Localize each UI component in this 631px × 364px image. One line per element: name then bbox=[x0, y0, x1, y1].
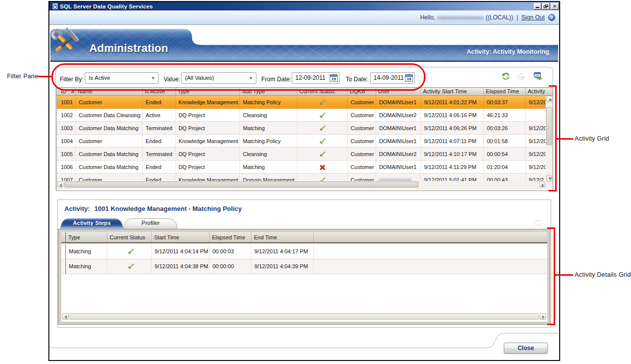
scroll-up-button[interactable] bbox=[546, 96, 552, 102]
cell-user: DOMAIN\User1 bbox=[376, 161, 421, 173]
cell-type: Knowledge Management bbox=[176, 135, 240, 147]
session-bar: Hello, xxxxxxxxxxxxxx ((LOCAL)) | Sign O… bbox=[49, 10, 559, 25]
from-date-value: 12-09-2011 bbox=[295, 74, 326, 81]
close-icon: ✕ bbox=[551, 3, 558, 9]
cell-type: DQ Project bbox=[176, 148, 240, 160]
cell-id: 1006 bbox=[57, 161, 76, 173]
tab-profiler[interactable]: Profiler bbox=[123, 218, 178, 229]
column-header-activity[interactable]: Activity bbox=[526, 88, 546, 95]
cell-user: DOMAIN\User1 bbox=[376, 135, 421, 147]
scroll-left-button[interactable] bbox=[62, 313, 69, 320]
column-header-id[interactable]: ID bbox=[57, 88, 76, 95]
cell-name: Customer Data Matching bbox=[76, 148, 143, 160]
activity-row-1005[interactable]: 1005Customer Data MatchingTerminatedDQ P… bbox=[57, 148, 553, 161]
wrench-hammer-icon bbox=[50, 27, 81, 60]
column-header-name[interactable]: Name bbox=[76, 88, 143, 95]
arrow-up-icon bbox=[548, 98, 552, 101]
horizontal-scrollbar[interactable] bbox=[57, 181, 546, 189]
export-icon[interactable] bbox=[534, 72, 543, 81]
status-success-icon bbox=[319, 135, 326, 147]
to-date-value: 14-09-2011 bbox=[374, 74, 404, 81]
scroll-down-button[interactable] bbox=[546, 175, 552, 182]
column-header-is-active[interactable]: Is Active bbox=[143, 88, 176, 95]
tab-profiler-label: Profiler bbox=[123, 220, 178, 226]
activity-grid-header: IDNameIs ActiveTypeSub TypeCurrent Statu… bbox=[57, 88, 553, 96]
sign-out-link[interactable]: Sign Out bbox=[521, 14, 545, 21]
details-cell-status bbox=[107, 259, 152, 274]
arrow-right-icon bbox=[542, 183, 544, 187]
column-header-current-status[interactable]: Current Status bbox=[297, 88, 348, 95]
status-success-icon bbox=[127, 259, 135, 274]
details-column-header-start-time[interactable]: Start Time bbox=[152, 232, 210, 242]
details-cell-start: 9/12/2011 4:04:14 PM bbox=[152, 244, 210, 259]
cell-dqkb: Customer bbox=[348, 122, 376, 134]
annotation-activity-grid: Activity Grid bbox=[575, 135, 609, 142]
cell-status bbox=[297, 109, 348, 121]
sort-ascending-icon bbox=[71, 90, 75, 93]
activity-row-1002[interactable]: 1002Customer Data CleansingActiveDQ Proj… bbox=[57, 109, 553, 122]
refresh-icon[interactable] bbox=[501, 72, 510, 81]
cell-is_active: Ended bbox=[143, 96, 176, 108]
scrollbar-thumb[interactable] bbox=[70, 313, 539, 320]
titlebar: SQL Server Data Quality Services ✕ bbox=[49, 2, 559, 10]
cell-dqkb: Customer bbox=[348, 96, 376, 108]
cell-id: 1003 bbox=[57, 122, 76, 134]
details-grid-bracket bbox=[554, 227, 555, 325]
scrollbar-thumb[interactable] bbox=[64, 182, 419, 187]
details-column-header-current-status[interactable]: Current Status bbox=[107, 232, 152, 242]
details-grid-callout-line bbox=[555, 274, 573, 276]
restore-button[interactable] bbox=[542, 3, 550, 9]
scroll-left-button[interactable] bbox=[57, 182, 63, 187]
calendar-icon[interactable]: 15 bbox=[405, 74, 413, 82]
column-header-dqkb[interactable]: DQKB bbox=[348, 88, 376, 95]
value-dropdown[interactable]: (All Values) bbox=[181, 72, 256, 84]
details-cell-elapsed: 00:00:03 bbox=[210, 244, 251, 259]
details-column-header-type[interactable]: Type bbox=[66, 232, 107, 242]
app-icon bbox=[52, 3, 58, 9]
scrollbar-thumb[interactable] bbox=[546, 107, 552, 145]
activity-row-1001[interactable]: 1001CustomerEndedKnowledge ManagementMat… bbox=[57, 96, 553, 109]
scroll-right-button[interactable] bbox=[539, 182, 545, 187]
cell-id: 1004 bbox=[57, 135, 76, 147]
calendar-icon[interactable]: 15 bbox=[330, 74, 338, 82]
column-header-user[interactable]: User bbox=[376, 88, 421, 95]
horizontal-scrollbar[interactable] bbox=[62, 313, 547, 320]
cell-status bbox=[297, 161, 348, 173]
activity-row-1004[interactable]: 1004CustomerEndedKnowledge ManagementMat… bbox=[57, 135, 553, 148]
help-icon[interactable]: ? bbox=[548, 14, 555, 21]
details-column-header-end-time[interactable]: End Time bbox=[251, 232, 314, 242]
details-cell-fill bbox=[314, 259, 547, 274]
column-header-sub-type[interactable]: Sub Type bbox=[240, 88, 297, 95]
cell-sub_type: Cleansing bbox=[240, 148, 297, 160]
close-window-button[interactable]: ✕ bbox=[551, 3, 559, 9]
tab-activity-steps[interactable]: Activity Steps bbox=[60, 218, 124, 229]
details-title-label: Activity: bbox=[64, 205, 90, 212]
details-row[interactable]: Matching9/12/2011 4:04:14 PM00:00:039/12… bbox=[61, 244, 547, 259]
activity-row-1006[interactable]: 1006Customer Data MatchingEndedDQ Projec… bbox=[57, 161, 553, 174]
activity-row-1003[interactable]: 1003Customer Data MatchingTerminatedDQ P… bbox=[57, 122, 553, 135]
column-header-elapsed-time[interactable]: Elapsed Time bbox=[484, 88, 526, 95]
close-button[interactable]: Close bbox=[504, 343, 548, 354]
chevron-down-icon bbox=[249, 77, 252, 79]
minimize-button[interactable] bbox=[534, 3, 541, 9]
details-column-header-elapsed-time[interactable]: Elapsed Time bbox=[210, 232, 251, 242]
hello-label: Hello, bbox=[420, 14, 435, 21]
details-row[interactable]: Matching9/12/2011 4:04:38 PM00:00:009/12… bbox=[61, 259, 547, 274]
details-cell-sel bbox=[61, 244, 66, 259]
column-header-type[interactable]: Type bbox=[176, 88, 240, 95]
cell-id: 1005 bbox=[57, 148, 76, 160]
scroll-right-button[interactable] bbox=[540, 313, 546, 320]
details-cell-start: 9/12/2011 4:04:38 PM bbox=[152, 259, 210, 274]
activity-details-panel: Activity: 1001 Knowledge Management - Ma… bbox=[57, 199, 551, 328]
cell-name: Customer Data Matching bbox=[76, 122, 143, 134]
cell-user: DOMAIN\User1 bbox=[376, 96, 421, 108]
cell-user: DOMAIN\User2 bbox=[376, 148, 421, 160]
column-header-activity-start-time[interactable]: Activity Start Time bbox=[421, 88, 484, 95]
filter-by-dropdown[interactable]: Is Active bbox=[85, 72, 159, 84]
export-disabled-icon bbox=[534, 219, 543, 228]
row-selector-header bbox=[61, 232, 66, 242]
from-date-input[interactable]: 12-09-2011 15 bbox=[292, 72, 340, 84]
cell-is_active: Ended bbox=[143, 135, 176, 147]
to-date-input[interactable]: 14-09-2011 15 bbox=[370, 72, 415, 84]
vertical-scrollbar[interactable] bbox=[546, 96, 553, 190]
